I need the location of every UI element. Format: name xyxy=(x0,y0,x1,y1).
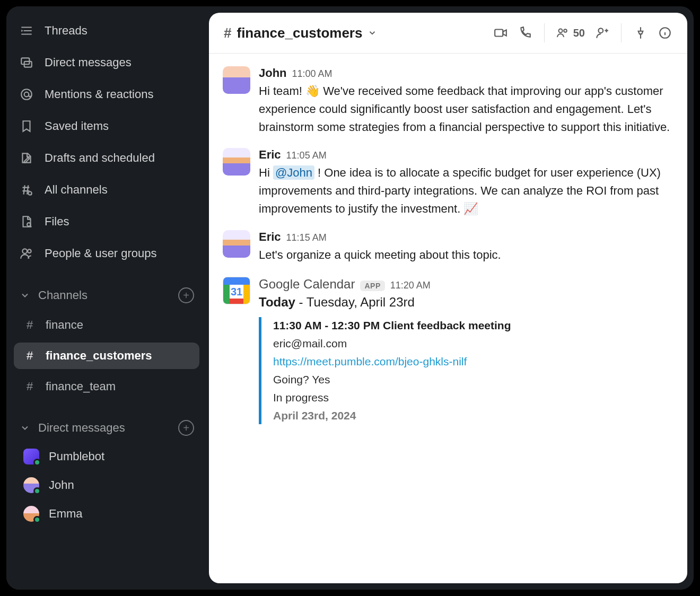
nav-drafts[interactable]: Drafts and scheduled xyxy=(10,143,204,173)
nav-files[interactable]: Files xyxy=(10,207,204,236)
message-author[interactable]: John xyxy=(259,66,287,80)
avatar[interactable] xyxy=(223,66,250,94)
member-count-value: 50 xyxy=(573,27,585,39)
add-channel-button[interactable]: + xyxy=(178,287,194,303)
file-icon xyxy=(19,214,34,229)
message: Eric 11:15 AM Let's organize a quick mee… xyxy=(223,223,673,268)
event-rsvp: Going? Yes xyxy=(273,373,673,386)
channel-header: # finance_customers 50 xyxy=(209,13,687,54)
channel-label: finance_team xyxy=(46,380,116,393)
calendar-app-message: 31 Google Calendar APP 11:20 AM Today - … xyxy=(223,268,673,424)
divider xyxy=(621,23,622,42)
hash-icon: # xyxy=(23,380,36,393)
nav-direct-messages[interactable]: Direct messages xyxy=(10,48,204,77)
meeting-link[interactable]: https://meet.pumble.com/bjeo-ghkls-nilf xyxy=(273,355,673,368)
message-timestamp: 11:00 AM xyxy=(292,68,332,80)
channel-finance-team[interactable]: # finance_team xyxy=(14,373,199,400)
nav-people[interactable]: People & user groups xyxy=(10,239,204,268)
message-text: Let's organize a quick meeting about thi… xyxy=(259,246,673,264)
avatar xyxy=(23,449,39,464)
avatar[interactable] xyxy=(223,148,250,176)
avatar[interactable] xyxy=(223,230,250,258)
event-organizer-email: eric@mail.com xyxy=(273,337,673,350)
info-button[interactable] xyxy=(658,25,672,40)
calendar-date: Today - Tuesday, April 23rd xyxy=(259,295,673,310)
section-label: Channels xyxy=(38,288,171,302)
message-author[interactable]: Eric xyxy=(259,148,281,162)
svg-point-2 xyxy=(21,89,32,100)
nav-label: Drafts and scheduled xyxy=(45,151,155,165)
hash-icon: # xyxy=(23,349,36,363)
dm-label: Emma xyxy=(49,507,83,521)
people-icon xyxy=(19,246,34,261)
hash-icon: # xyxy=(224,25,231,41)
threads-icon xyxy=(19,23,34,38)
sidebar: Threads Direct messages Mentions & react… xyxy=(6,6,207,590)
nav-label: Direct messages xyxy=(45,56,132,69)
calendar-event: 11:30 AM - 12:30 PM Client feedback meet… xyxy=(259,317,673,424)
event-date: April 23rd, 2024 xyxy=(273,409,673,422)
svg-point-3 xyxy=(24,92,29,97)
nav-all-channels[interactable]: All channels xyxy=(10,175,204,205)
message-timestamp: 11:05 AM xyxy=(286,150,327,161)
svg-point-9 xyxy=(558,29,562,33)
channel-name: finance_customers xyxy=(237,25,362,41)
header-actions: 50 xyxy=(493,23,672,42)
nav-label: Saved items xyxy=(45,119,109,133)
chevron-down-icon xyxy=(19,290,31,301)
nav-label: People & user groups xyxy=(45,247,157,260)
avatar xyxy=(23,477,39,493)
nav-label: Mentions & reactions xyxy=(45,87,153,101)
nav-saved[interactable]: Saved items xyxy=(10,111,204,141)
audio-call-button[interactable] xyxy=(518,25,532,40)
event-title: 11:30 AM - 12:30 PM Client feedback meet… xyxy=(273,319,673,332)
dm-john[interactable]: John xyxy=(14,472,199,498)
video-call-button[interactable] xyxy=(493,25,508,40)
channel-title-button[interactable]: # finance_customers xyxy=(224,25,377,41)
app-badge: APP xyxy=(360,281,384,291)
add-member-button[interactable] xyxy=(594,25,609,40)
dm-emma[interactable]: Emma xyxy=(14,501,199,527)
svg-point-10 xyxy=(564,29,567,32)
dm-label: Pumblebot xyxy=(49,450,104,463)
drafts-icon xyxy=(19,151,34,165)
avatar xyxy=(23,506,39,522)
dm-label: John xyxy=(49,478,74,492)
pin-button[interactable] xyxy=(633,25,648,40)
channel-finance[interactable]: # finance xyxy=(14,312,199,338)
channel-finance-customers[interactable]: # finance_customers xyxy=(14,343,199,369)
message-text: Hi team! 👋 We've received some feedback … xyxy=(259,82,673,136)
app-name[interactable]: Google Calendar xyxy=(259,277,355,292)
message-author[interactable]: Eric xyxy=(259,230,281,244)
mention[interactable]: @John xyxy=(273,165,314,180)
hash-search-icon xyxy=(19,182,34,197)
nav-label: Threads xyxy=(45,24,88,38)
event-status: In progress xyxy=(273,391,673,404)
section-label: Direct messages xyxy=(38,421,171,435)
svg-point-6 xyxy=(22,249,27,253)
dm-section-header[interactable]: Direct messages + xyxy=(10,411,204,441)
presence-indicator xyxy=(33,487,41,495)
wave-emoji: 👋 xyxy=(305,84,320,98)
channels-section-header[interactable]: Channels + xyxy=(10,279,204,309)
hash-icon: # xyxy=(23,318,36,332)
chevron-down-icon xyxy=(19,422,31,434)
at-icon xyxy=(19,87,34,102)
app-root: Threads Direct messages Mentions & react… xyxy=(6,6,694,590)
nav-threads[interactable]: Threads xyxy=(10,16,204,46)
message: John 11:00 AM Hi team! 👋 We've received … xyxy=(223,59,673,141)
add-dm-button[interactable]: + xyxy=(178,420,194,436)
message: Eric 11:05 AM Hi @John ! One idea is to … xyxy=(223,141,673,222)
svg-rect-8 xyxy=(495,30,503,37)
channel-label: finance xyxy=(46,318,83,332)
svg-point-7 xyxy=(28,249,31,253)
member-count[interactable]: 50 xyxy=(556,27,585,39)
message-list: John 11:00 AM Hi team! 👋 We've received … xyxy=(209,54,687,583)
presence-indicator xyxy=(33,459,41,466)
nav-label: Files xyxy=(45,215,69,229)
presence-indicator xyxy=(33,516,41,523)
dm-pumblebot[interactable]: Pumblebot xyxy=(14,443,199,470)
main-panel: # finance_customers 50 xyxy=(209,13,687,583)
nav-mentions[interactable]: Mentions & reactions xyxy=(10,80,204,109)
bookmark-icon xyxy=(19,119,34,134)
